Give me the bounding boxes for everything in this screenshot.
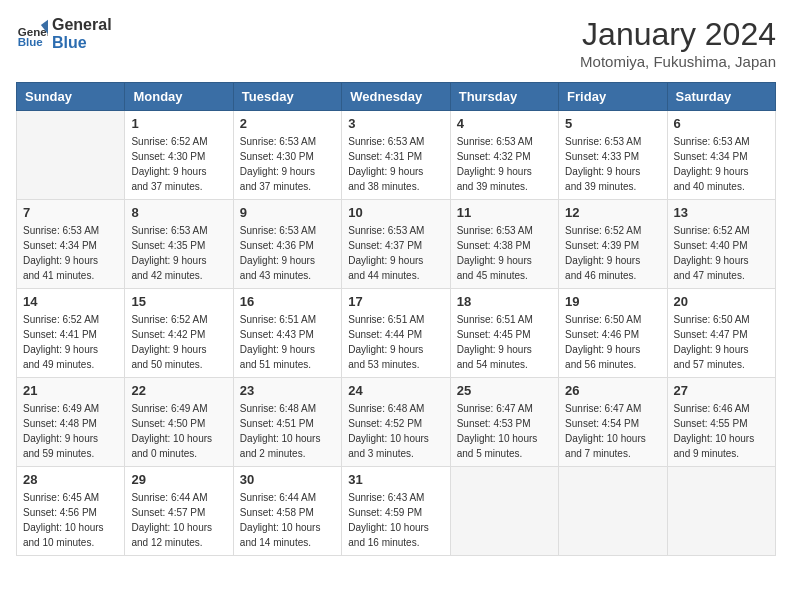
day-info: Sunrise: 6:52 AMSunset: 4:40 PMDaylight:… <box>674 223 769 283</box>
calendar-day-cell: 25Sunrise: 6:47 AMSunset: 4:53 PMDayligh… <box>450 378 558 467</box>
day-number: 20 <box>674 294 769 309</box>
day-info: Sunrise: 6:53 AMSunset: 4:35 PMDaylight:… <box>131 223 226 283</box>
calendar-day-cell: 26Sunrise: 6:47 AMSunset: 4:54 PMDayligh… <box>559 378 667 467</box>
calendar-week-row: 14Sunrise: 6:52 AMSunset: 4:41 PMDayligh… <box>17 289 776 378</box>
day-info: Sunrise: 6:47 AMSunset: 4:53 PMDaylight:… <box>457 401 552 461</box>
calendar-day-cell: 30Sunrise: 6:44 AMSunset: 4:58 PMDayligh… <box>233 467 341 556</box>
logo-general-text: General <box>52 16 112 34</box>
calendar-week-row: 28Sunrise: 6:45 AMSunset: 4:56 PMDayligh… <box>17 467 776 556</box>
calendar-day-cell <box>559 467 667 556</box>
calendar-day-cell: 11Sunrise: 6:53 AMSunset: 4:38 PMDayligh… <box>450 200 558 289</box>
calendar-day-cell: 7Sunrise: 6:53 AMSunset: 4:34 PMDaylight… <box>17 200 125 289</box>
day-number: 19 <box>565 294 660 309</box>
day-number: 13 <box>674 205 769 220</box>
day-info: Sunrise: 6:49 AMSunset: 4:50 PMDaylight:… <box>131 401 226 461</box>
day-info: Sunrise: 6:51 AMSunset: 4:43 PMDaylight:… <box>240 312 335 372</box>
day-number: 8 <box>131 205 226 220</box>
day-number: 25 <box>457 383 552 398</box>
day-number: 26 <box>565 383 660 398</box>
day-number: 31 <box>348 472 443 487</box>
day-info: Sunrise: 6:53 AMSunset: 4:31 PMDaylight:… <box>348 134 443 194</box>
day-number: 7 <box>23 205 118 220</box>
day-number: 3 <box>348 116 443 131</box>
day-info: Sunrise: 6:48 AMSunset: 4:51 PMDaylight:… <box>240 401 335 461</box>
day-number: 28 <box>23 472 118 487</box>
day-info: Sunrise: 6:49 AMSunset: 4:48 PMDaylight:… <box>23 401 118 461</box>
calendar-day-cell: 3Sunrise: 6:53 AMSunset: 4:31 PMDaylight… <box>342 111 450 200</box>
month-title: January 2024 <box>580 16 776 53</box>
weekday-header-friday: Friday <box>559 83 667 111</box>
calendar-day-cell: 9Sunrise: 6:53 AMSunset: 4:36 PMDaylight… <box>233 200 341 289</box>
logo-blue-text: Blue <box>52 34 112 52</box>
day-number: 24 <box>348 383 443 398</box>
calendar-day-cell: 4Sunrise: 6:53 AMSunset: 4:32 PMDaylight… <box>450 111 558 200</box>
calendar-day-cell: 6Sunrise: 6:53 AMSunset: 4:34 PMDaylight… <box>667 111 775 200</box>
calendar-day-cell: 29Sunrise: 6:44 AMSunset: 4:57 PMDayligh… <box>125 467 233 556</box>
calendar-day-cell: 23Sunrise: 6:48 AMSunset: 4:51 PMDayligh… <box>233 378 341 467</box>
calendar-day-cell: 18Sunrise: 6:51 AMSunset: 4:45 PMDayligh… <box>450 289 558 378</box>
calendar-day-cell: 28Sunrise: 6:45 AMSunset: 4:56 PMDayligh… <box>17 467 125 556</box>
day-info: Sunrise: 6:47 AMSunset: 4:54 PMDaylight:… <box>565 401 660 461</box>
day-info: Sunrise: 6:52 AMSunset: 4:39 PMDaylight:… <box>565 223 660 283</box>
calendar-day-cell <box>450 467 558 556</box>
calendar-day-cell: 15Sunrise: 6:52 AMSunset: 4:42 PMDayligh… <box>125 289 233 378</box>
svg-text:Blue: Blue <box>18 37 44 49</box>
calendar-day-cell <box>667 467 775 556</box>
calendar-day-cell: 13Sunrise: 6:52 AMSunset: 4:40 PMDayligh… <box>667 200 775 289</box>
calendar-day-cell: 14Sunrise: 6:52 AMSunset: 4:41 PMDayligh… <box>17 289 125 378</box>
day-number: 14 <box>23 294 118 309</box>
day-info: Sunrise: 6:53 AMSunset: 4:30 PMDaylight:… <box>240 134 335 194</box>
weekday-header-tuesday: Tuesday <box>233 83 341 111</box>
day-info: Sunrise: 6:43 AMSunset: 4:59 PMDaylight:… <box>348 490 443 550</box>
day-number: 27 <box>674 383 769 398</box>
calendar-day-cell <box>17 111 125 200</box>
day-info: Sunrise: 6:44 AMSunset: 4:58 PMDaylight:… <box>240 490 335 550</box>
calendar-day-cell: 10Sunrise: 6:53 AMSunset: 4:37 PMDayligh… <box>342 200 450 289</box>
calendar-day-cell: 22Sunrise: 6:49 AMSunset: 4:50 PMDayligh… <box>125 378 233 467</box>
weekday-header-thursday: Thursday <box>450 83 558 111</box>
calendar-day-cell: 20Sunrise: 6:50 AMSunset: 4:47 PMDayligh… <box>667 289 775 378</box>
day-number: 6 <box>674 116 769 131</box>
day-info: Sunrise: 6:52 AMSunset: 4:41 PMDaylight:… <box>23 312 118 372</box>
weekday-header-saturday: Saturday <box>667 83 775 111</box>
day-info: Sunrise: 6:51 AMSunset: 4:45 PMDaylight:… <box>457 312 552 372</box>
day-number: 17 <box>348 294 443 309</box>
day-info: Sunrise: 6:53 AMSunset: 4:36 PMDaylight:… <box>240 223 335 283</box>
day-number: 15 <box>131 294 226 309</box>
calendar-day-cell: 31Sunrise: 6:43 AMSunset: 4:59 PMDayligh… <box>342 467 450 556</box>
calendar-day-cell: 16Sunrise: 6:51 AMSunset: 4:43 PMDayligh… <box>233 289 341 378</box>
day-number: 5 <box>565 116 660 131</box>
calendar-table: SundayMondayTuesdayWednesdayThursdayFrid… <box>16 82 776 556</box>
day-info: Sunrise: 6:51 AMSunset: 4:44 PMDaylight:… <box>348 312 443 372</box>
day-number: 29 <box>131 472 226 487</box>
weekday-header-wednesday: Wednesday <box>342 83 450 111</box>
day-info: Sunrise: 6:46 AMSunset: 4:55 PMDaylight:… <box>674 401 769 461</box>
calendar-day-cell: 19Sunrise: 6:50 AMSunset: 4:46 PMDayligh… <box>559 289 667 378</box>
day-number: 18 <box>457 294 552 309</box>
day-number: 16 <box>240 294 335 309</box>
day-number: 11 <box>457 205 552 220</box>
title-block: January 2024 Motomiya, Fukushima, Japan <box>580 16 776 70</box>
calendar-week-row: 7Sunrise: 6:53 AMSunset: 4:34 PMDaylight… <box>17 200 776 289</box>
location-subtitle: Motomiya, Fukushima, Japan <box>580 53 776 70</box>
weekday-header-sunday: Sunday <box>17 83 125 111</box>
calendar-day-cell: 12Sunrise: 6:52 AMSunset: 4:39 PMDayligh… <box>559 200 667 289</box>
calendar-day-cell: 5Sunrise: 6:53 AMSunset: 4:33 PMDaylight… <box>559 111 667 200</box>
day-info: Sunrise: 6:53 AMSunset: 4:37 PMDaylight:… <box>348 223 443 283</box>
calendar-day-cell: 21Sunrise: 6:49 AMSunset: 4:48 PMDayligh… <box>17 378 125 467</box>
day-info: Sunrise: 6:53 AMSunset: 4:34 PMDaylight:… <box>23 223 118 283</box>
day-info: Sunrise: 6:53 AMSunset: 4:32 PMDaylight:… <box>457 134 552 194</box>
calendar-day-cell: 1Sunrise: 6:52 AMSunset: 4:30 PMDaylight… <box>125 111 233 200</box>
day-info: Sunrise: 6:44 AMSunset: 4:57 PMDaylight:… <box>131 490 226 550</box>
day-info: Sunrise: 6:53 AMSunset: 4:34 PMDaylight:… <box>674 134 769 194</box>
day-number: 9 <box>240 205 335 220</box>
calendar-day-cell: 27Sunrise: 6:46 AMSunset: 4:55 PMDayligh… <box>667 378 775 467</box>
weekday-header-row: SundayMondayTuesdayWednesdayThursdayFrid… <box>17 83 776 111</box>
calendar-week-row: 1Sunrise: 6:52 AMSunset: 4:30 PMDaylight… <box>17 111 776 200</box>
calendar-day-cell: 17Sunrise: 6:51 AMSunset: 4:44 PMDayligh… <box>342 289 450 378</box>
day-info: Sunrise: 6:50 AMSunset: 4:47 PMDaylight:… <box>674 312 769 372</box>
day-number: 23 <box>240 383 335 398</box>
day-number: 1 <box>131 116 226 131</box>
day-number: 4 <box>457 116 552 131</box>
day-number: 22 <box>131 383 226 398</box>
